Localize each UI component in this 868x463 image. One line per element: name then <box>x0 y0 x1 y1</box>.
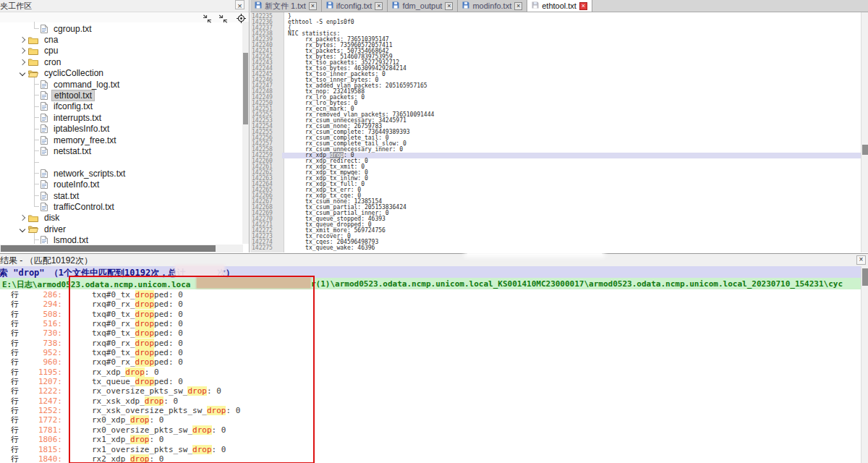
result-row-line-1806[interactable]: 行1806:rx1_xdp_drop: 0 <box>0 435 861 444</box>
result-row-line-960[interactable]: 行960:rxq#0_rx_dropped: 0 <box>0 357 861 367</box>
result-row-line-1247[interactable]: 行1247:rx_xsk_xdp_drop: 0 <box>0 396 861 406</box>
sidebar-item-trafficcontrol-txt[interactable]: trafficControl.txt <box>0 201 243 212</box>
result-row-line-1781[interactable]: 行1781:rx0_oversize_pkts_sw_drop: 0 <box>0 425 861 435</box>
close-icon[interactable]: × <box>514 2 522 10</box>
scrollbar-thumb[interactable] <box>243 53 248 124</box>
tree-horizontal-scrollbar[interactable] <box>0 245 243 252</box>
sidebar-item-cpu[interactable]: cpu <box>0 46 243 56</box>
result-row-line-286[interactable]: 行286:txq#0_tx_dropped: 0 <box>0 290 861 300</box>
match-highlight: drop <box>135 328 155 338</box>
chevron-right-icon[interactable] <box>20 215 25 221</box>
sidebar-item-ifconfig-txt[interactable]: ifconfig.txt <box>0 101 243 112</box>
tree-item-label: lsmod.txt <box>51 235 90 244</box>
sidebar-item-command-log-txt[interactable]: command_log.txt <box>0 79 243 90</box>
tree-vertical-scrollbar[interactable] <box>242 22 249 244</box>
result-line-text: rx_xdp_drop: 0 <box>92 368 159 377</box>
sidebar-item-disk[interactable]: disk <box>0 213 243 224</box>
editor-line[interactable]: 142237{ <box>250 25 861 31</box>
editor-line[interactable]: 142236ethtool -S enp1s0f0 <box>250 20 861 25</box>
chevron-down-icon[interactable] <box>20 70 25 76</box>
close-icon[interactable]: × <box>375 2 383 10</box>
file-icon <box>41 91 48 100</box>
sidebar-item-cycliccollection[interactable]: cyclicCollection <box>0 68 243 79</box>
file-icon <box>41 180 48 189</box>
editor-line[interactable]: 142275 tx_queue_wake: 46396 <box>250 245 861 251</box>
result-row-line-1195[interactable]: 行1195:rx_xdp_drop: 0 <box>0 368 861 377</box>
result-line-number: 516: <box>21 319 62 328</box>
sidebar-item-network-scripts-txt[interactable]: network_scripts.txt <box>0 168 243 179</box>
result-row-line-508[interactable]: 行508:txq#0_tx_dropped: 0 <box>0 310 861 319</box>
file-icon <box>41 124 48 133</box>
result-row-line-738[interactable]: 行738:rxq#0_rx_dropped: 0 <box>0 339 861 348</box>
line-text: tx_added_vlan_packets: 205165957165 <box>282 83 861 89</box>
match-highlight: drop <box>135 310 155 319</box>
sidebar-item-ethtool-txt[interactable]: ethtool.txt <box>0 90 243 101</box>
file-icon <box>41 136 48 145</box>
search-file-path-row[interactable]: E:\日志\armod0523.odata.ncmp.unicom.loca r… <box>0 278 861 289</box>
result-row-line-1207[interactable]: 行1207:tx_queue_dropped: 0 <box>0 377 861 386</box>
result-line-number: 1815: <box>21 445 62 454</box>
tab-ifconfig-txt[interactable]: ifconfig.txt× <box>322 0 388 12</box>
tab-modinfo-txt[interactable]: modinfo.txt× <box>458 0 527 12</box>
sidebar-item-lsmod-txt[interactable]: lsmod.txt <box>0 234 243 244</box>
tree-item-label: driver <box>42 224 68 234</box>
result-line-number: 738: <box>21 339 62 348</box>
close-icon[interactable]: × <box>309 2 317 10</box>
scrollbar-thumb[interactable] <box>862 268 868 286</box>
result-line-number: 1772: <box>21 415 62 425</box>
sidebar-item-cron[interactable]: cron <box>0 56 243 67</box>
sidebar-item-routeinfo-txt[interactable]: routeInfo.txt <box>0 179 243 190</box>
result-line-text: rx1_xdp_drop: 0 <box>92 435 163 444</box>
scrollbar-thumb[interactable] <box>1 245 216 252</box>
line-text: { <box>282 25 861 31</box>
editor-text-area[interactable]: 142235}142236ethtool -S enp1s0f0142237{1… <box>250 12 861 252</box>
file-icon <box>41 114 48 122</box>
sidebar-item-netstat-txt[interactable]: netstat.txt <box>0 145 243 156</box>
scrollbar-thumb[interactable] <box>862 145 868 155</box>
tree-item-label: cgroup.txt <box>51 24 94 34</box>
close-icon[interactable]: × <box>445 2 453 10</box>
tree-item-label: ethtool.txt <box>51 90 95 101</box>
result-row-line-1840[interactable]: 行1840:rx2_xdp_drop: 0 <box>0 454 861 463</box>
close-icon[interactable]: × <box>235 0 244 9</box>
sidebar-item-cna[interactable]: cna <box>0 34 243 45</box>
result-row-line-1222[interactable]: 行1222:rx_oversize_pkts_sw_drop: 0 <box>0 386 861 396</box>
tab-fdm-output[interactable]: fdm_output× <box>388 0 458 12</box>
editor-panel: 新文件 1.txt×ifconfig.txt×fdm_output×modinf… <box>250 0 868 252</box>
result-row-line-294[interactable]: 行294:rxq#0_rx_dropped: 0 <box>0 300 861 309</box>
close-icon[interactable]: × <box>579 2 587 10</box>
sidebar-item-cgroup-txt[interactable]: cgroup.txt <box>0 23 243 34</box>
file-path-suffix: r(1)\armod0523.odata.ncmp.unicom.local_K… <box>311 279 843 289</box>
result-line-number: 1840: <box>21 454 62 463</box>
tab--1-txt[interactable]: 新文件 1.txt× <box>250 0 322 12</box>
tab-ethtool-txt[interactable]: ethtool.txt× <box>527 0 592 12</box>
sidebar-item-interrupts-txt[interactable]: interrupts.txt <box>0 112 243 123</box>
chevron-down-icon[interactable] <box>20 226 25 232</box>
chevron-right-icon[interactable] <box>20 48 25 54</box>
result-line-text: rxq#0_rx_dropped: 0 <box>92 339 183 348</box>
match-highlight: drop <box>135 348 155 357</box>
result-row-line-730[interactable]: 行730:txq#0_tx_dropped: 0 <box>0 328 861 338</box>
line-text: rx_xdp_tx_full: 0 <box>282 182 861 187</box>
save-state-icon <box>462 1 469 10</box>
sidebar-item-iptablesinfo-txt[interactable]: iptablesInfo.txt <box>0 124 243 135</box>
sidebar-item-stat-txt[interactable]: stat.txt <box>0 190 243 201</box>
results-list: 行286:txq#0_tx_dropped: 0行294:rxq#0_rx_dr… <box>0 290 861 463</box>
chevron-right-icon[interactable] <box>20 37 25 43</box>
result-row-line-516[interactable]: 行516:rxq#0_rx_dropped: 0 <box>0 319 861 328</box>
match-highlight: drop <box>130 435 150 444</box>
result-line-text: rx_xsk_oversize_pkts_sw_drop: 0 <box>92 406 240 415</box>
editor-vertical-scrollbar[interactable] <box>861 12 868 252</box>
close-icon[interactable]: × <box>856 255 866 265</box>
line-word-label: 行 <box>11 454 21 463</box>
result-row-line-1252[interactable]: 行1252:rx_xsk_oversize_pkts_sw_drop: 0 <box>0 406 861 415</box>
results-vertical-scrollbar[interactable] <box>861 266 868 463</box>
search-summary-row[interactable]: 搜索 "drop" （1个文件中匹配到10192次，总计 次） <box>0 266 861 278</box>
result-row-line-1815[interactable]: 行1815:rx1_oversize_pkts_sw_drop: 0 <box>0 445 861 454</box>
sidebar-item-driver[interactable]: driver <box>0 224 243 234</box>
chevron-right-icon[interactable] <box>20 59 25 65</box>
result-row-line-952[interactable]: 行952:txq#0_tx_dropped: 0 <box>0 348 861 357</box>
tree-item-redacted <box>0 157 243 168</box>
result-row-line-1772[interactable]: 行1772:rx0_xdp_drop: 0 <box>0 415 861 425</box>
sidebar-item-memory-free-txt[interactable]: memory_free.txt <box>0 135 243 145</box>
